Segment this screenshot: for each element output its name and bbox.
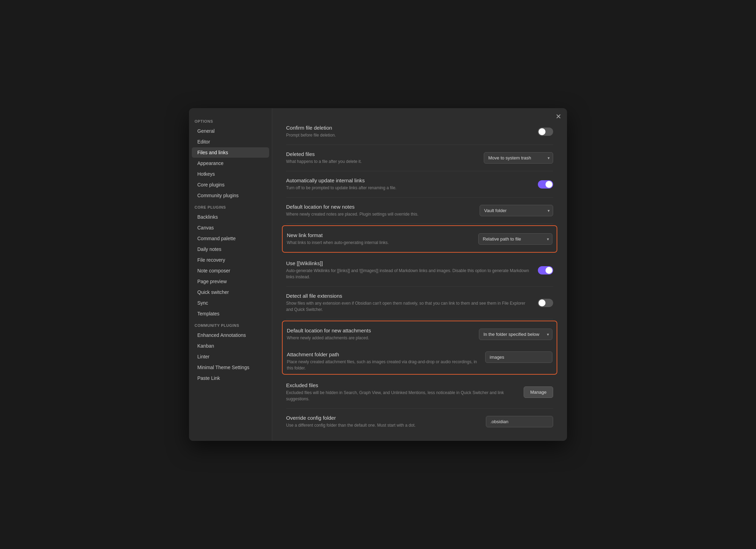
new-link-format-select[interactable]: Relative path to file Absolute path in v… [478, 233, 552, 245]
default-attachments-row: Default location for new attachments Whe… [287, 321, 552, 347]
sidebar-item-canvas[interactable]: Canvas [192, 223, 269, 233]
attachment-folder-title: Attachment folder path [287, 351, 478, 357]
default-location-select-wrapper: Vault folder Root folder Same folder as … [480, 205, 553, 216]
sidebar-item-command-palette[interactable]: Command palette [192, 233, 269, 244]
toggle-thumb [545, 181, 552, 188]
attachment-folder-info: Attachment folder path Place newly creat… [287, 351, 478, 371]
detect-extensions-toggle[interactable] [538, 299, 553, 307]
deleted-files-desc: What happens to a file after you delete … [286, 158, 477, 165]
deleted-files-row: Deleted files What happens to a file aft… [286, 145, 553, 171]
excluded-files-desc: Excluded files will be hidden in Search,… [286, 390, 517, 402]
sidebar-item-sync[interactable]: Sync [192, 298, 269, 308]
new-link-format-select-wrapper: Relative path to file Absolute path in v… [478, 233, 552, 245]
sidebar: Options General Editor Files and links A… [189, 108, 272, 441]
main-content: Confirm file deletion Prompt before file… [272, 108, 567, 441]
confirm-deletion-title: Confirm file deletion [286, 125, 531, 131]
sidebar-item-note-composer[interactable]: Note composer [192, 265, 269, 276]
new-link-format-title: New link format [287, 232, 471, 238]
override-config-title: Override config folder [286, 415, 479, 421]
new-link-format-desc: What links to insert when auto-generatin… [287, 239, 471, 246]
confirm-deletion-desc: Prompt before file deletion. [286, 132, 531, 138]
sidebar-item-daily-notes[interactable]: Daily notes [192, 244, 269, 254]
sidebar-item-editor[interactable]: Editor [192, 137, 269, 147]
sidebar-item-paste-link[interactable]: Paste Link [192, 373, 269, 383]
default-attachments-desc: Where newly added attachments are placed… [287, 335, 472, 341]
sidebar-item-minimal-theme-settings[interactable]: Minimal Theme Settings [192, 362, 269, 373]
use-wikilinks-toggle[interactable] [538, 266, 553, 274]
sidebar-item-general[interactable]: General [192, 126, 269, 136]
toggle-track[interactable] [538, 180, 553, 189]
manage-button[interactable]: Manage [524, 386, 553, 398]
settings-modal: ✕ Options General Editor Files and links… [189, 108, 567, 441]
default-location-desc: Where newly created notes are placed. Pl… [286, 211, 473, 217]
deleted-files-title: Deleted files [286, 151, 477, 157]
default-location-row: Default location for new notes Where new… [286, 198, 553, 224]
new-link-format-row: New link format What links to insert whe… [287, 226, 552, 252]
sidebar-item-kanban[interactable]: Kanban [192, 341, 269, 351]
toggle-track[interactable] [538, 266, 553, 274]
new-link-format-highlight: New link format What links to insert whe… [282, 225, 557, 253]
attachment-folder-input[interactable] [485, 351, 552, 363]
attachment-folder-desc: Place newly created attachment files, su… [287, 359, 478, 371]
sidebar-item-backlinks[interactable]: Backlinks [192, 212, 269, 222]
auto-update-links-info: Automatically update internal links Turn… [286, 177, 531, 191]
toggle-track[interactable] [538, 299, 553, 307]
use-wikilinks-desc: Auto-generate Wikilinks for [[links]] an… [286, 268, 531, 280]
detect-extensions-title: Detect all file extensions [286, 293, 531, 299]
auto-update-links-row: Automatically update internal links Turn… [286, 171, 553, 198]
auto-update-links-desc: Turn off to be prompted to update links … [286, 185, 531, 191]
override-config-input[interactable] [486, 416, 553, 427]
confirm-deletion-row: Confirm file deletion Prompt before file… [286, 119, 553, 145]
toggle-track[interactable] [538, 128, 553, 136]
confirm-deletion-toggle[interactable] [538, 128, 553, 136]
toggle-thumb [539, 128, 545, 135]
confirm-deletion-info: Confirm file deletion Prompt before file… [286, 125, 531, 138]
default-location-title: Default location for new notes [286, 204, 473, 210]
deleted-files-info: Deleted files What happens to a file aft… [286, 151, 477, 165]
close-button[interactable]: ✕ [556, 113, 561, 120]
excluded-files-info: Excluded files Excluded files will be hi… [286, 382, 517, 402]
override-config-desc: Use a different config folder than the d… [286, 422, 479, 428]
sidebar-item-enhanced-annotations[interactable]: Enhanced Annotations [192, 330, 269, 340]
deleted-files-select-wrapper: Move to system trash Move to Obsidian tr… [484, 152, 553, 164]
sidebar-item-core-plugins-option[interactable]: Core plugins [192, 180, 269, 190]
deleted-files-select[interactable]: Move to system trash Move to Obsidian tr… [484, 152, 553, 164]
sidebar-item-page-preview[interactable]: Page preview [192, 276, 269, 287]
sidebar-item-quick-switcher[interactable]: Quick switcher [192, 287, 269, 297]
excluded-files-title: Excluded files [286, 382, 517, 388]
sidebar-item-linter[interactable]: Linter [192, 351, 269, 362]
attachment-folder-row: Attachment folder path Place newly creat… [287, 347, 552, 374]
options-section-label: Options [189, 115, 272, 125]
auto-update-links-title: Automatically update internal links [286, 177, 531, 183]
sidebar-item-files-links[interactable]: Files and links [192, 147, 269, 158]
detect-extensions-row: Detect all file extensions Show files wi… [286, 287, 553, 319]
community-plugins-section-label: Community plugins [189, 319, 272, 330]
core-plugins-section-label: Core plugins [189, 201, 272, 211]
detect-extensions-desc: Show files with any extension even if Ob… [286, 300, 531, 313]
toggle-thumb [539, 299, 545, 306]
default-location-info: Default location for new notes Where new… [286, 204, 473, 217]
toggle-thumb [545, 267, 552, 274]
default-attachments-select-wrapper: Vault folder Root folder Same folder as … [479, 329, 552, 340]
use-wikilinks-info: Use [[Wikilinks]] Auto-generate Wikilink… [286, 260, 531, 280]
override-config-row: Override config folder Use a different c… [286, 409, 553, 435]
attachments-highlight: Default location for new attachments Whe… [282, 321, 557, 375]
excluded-files-row: Excluded files Excluded files will be hi… [286, 376, 553, 409]
use-wikilinks-title: Use [[Wikilinks]] [286, 260, 531, 266]
new-link-format-info: New link format What links to insert whe… [287, 232, 471, 246]
default-attachments-select[interactable]: Vault folder Root folder Same folder as … [479, 329, 552, 340]
use-wikilinks-row: Use [[Wikilinks]] Auto-generate Wikilink… [286, 254, 553, 287]
sidebar-item-file-recovery[interactable]: File recovery [192, 255, 269, 265]
sidebar-item-appearance[interactable]: Appearance [192, 158, 269, 168]
sidebar-item-community-plugins-option[interactable]: Community plugins [192, 190, 269, 201]
default-attachments-title: Default location for new attachments [287, 328, 472, 333]
override-config-info: Override config folder Use a different c… [286, 415, 479, 428]
default-location-select[interactable]: Vault folder Root folder Same folder as … [480, 205, 553, 216]
sidebar-item-templates[interactable]: Templates [192, 308, 269, 319]
detect-extensions-info: Detect all file extensions Show files wi… [286, 293, 531, 313]
default-attachments-info: Default location for new attachments Whe… [287, 328, 472, 341]
sidebar-item-hotkeys[interactable]: Hotkeys [192, 169, 269, 179]
auto-update-links-toggle[interactable] [538, 180, 553, 189]
